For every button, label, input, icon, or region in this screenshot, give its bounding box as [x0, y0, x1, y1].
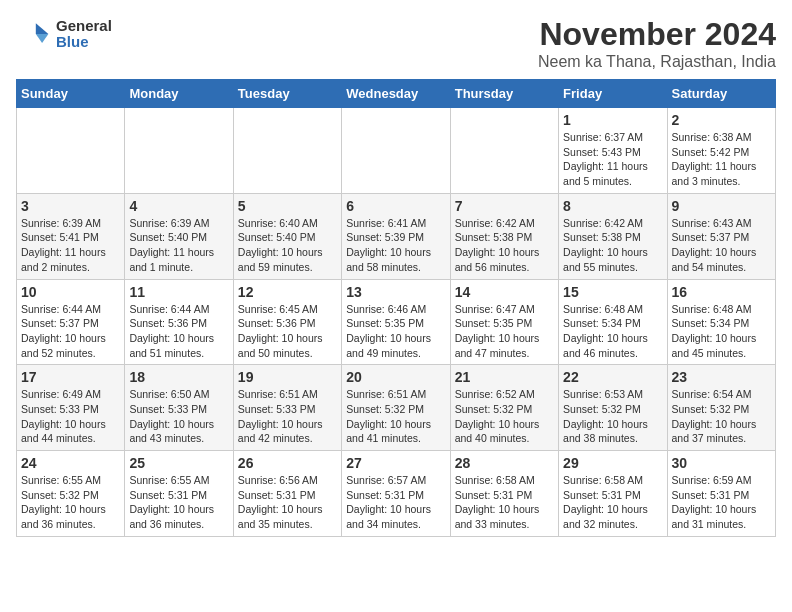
day-cell: 23Sunrise: 6:54 AM Sunset: 5:32 PM Dayli… — [667, 365, 775, 451]
day-cell: 14Sunrise: 6:47 AM Sunset: 5:35 PM Dayli… — [450, 279, 558, 365]
day-number: 11 — [129, 284, 228, 300]
day-cell: 19Sunrise: 6:51 AM Sunset: 5:33 PM Dayli… — [233, 365, 341, 451]
day-info: Sunrise: 6:44 AM Sunset: 5:37 PM Dayligh… — [21, 302, 120, 361]
day-info: Sunrise: 6:57 AM Sunset: 5:31 PM Dayligh… — [346, 473, 445, 532]
day-cell: 11Sunrise: 6:44 AM Sunset: 5:36 PM Dayli… — [125, 279, 233, 365]
day-number: 22 — [563, 369, 662, 385]
day-cell: 8Sunrise: 6:42 AM Sunset: 5:38 PM Daylig… — [559, 193, 667, 279]
calendar-subtitle: Neem ka Thana, Rajasthan, India — [538, 53, 776, 71]
header-saturday: Saturday — [667, 80, 775, 108]
day-cell: 17Sunrise: 6:49 AM Sunset: 5:33 PM Dayli… — [17, 365, 125, 451]
day-number: 8 — [563, 198, 662, 214]
week-row-3: 10Sunrise: 6:44 AM Sunset: 5:37 PM Dayli… — [17, 279, 776, 365]
header-monday: Monday — [125, 80, 233, 108]
day-number: 30 — [672, 455, 771, 471]
day-number: 3 — [21, 198, 120, 214]
day-cell: 10Sunrise: 6:44 AM Sunset: 5:37 PM Dayli… — [17, 279, 125, 365]
day-cell: 20Sunrise: 6:51 AM Sunset: 5:32 PM Dayli… — [342, 365, 450, 451]
day-info: Sunrise: 6:54 AM Sunset: 5:32 PM Dayligh… — [672, 387, 771, 446]
logo-text: General Blue — [56, 18, 112, 51]
header-wednesday: Wednesday — [342, 80, 450, 108]
day-number: 2 — [672, 112, 771, 128]
day-info: Sunrise: 6:42 AM Sunset: 5:38 PM Dayligh… — [455, 216, 554, 275]
day-number: 10 — [21, 284, 120, 300]
day-info: Sunrise: 6:48 AM Sunset: 5:34 PM Dayligh… — [563, 302, 662, 361]
day-number: 14 — [455, 284, 554, 300]
svg-marker-0 — [36, 23, 49, 34]
calendar-title: November 2024 — [538, 16, 776, 53]
day-number: 15 — [563, 284, 662, 300]
day-cell: 1Sunrise: 6:37 AM Sunset: 5:43 PM Daylig… — [559, 108, 667, 194]
day-cell: 6Sunrise: 6:41 AM Sunset: 5:39 PM Daylig… — [342, 193, 450, 279]
day-info: Sunrise: 6:56 AM Sunset: 5:31 PM Dayligh… — [238, 473, 337, 532]
day-cell: 4Sunrise: 6:39 AM Sunset: 5:40 PM Daylig… — [125, 193, 233, 279]
day-number: 28 — [455, 455, 554, 471]
day-info: Sunrise: 6:48 AM Sunset: 5:34 PM Dayligh… — [672, 302, 771, 361]
week-row-4: 17Sunrise: 6:49 AM Sunset: 5:33 PM Dayli… — [17, 365, 776, 451]
day-number: 19 — [238, 369, 337, 385]
calendar-header: SundayMondayTuesdayWednesdayThursdayFrid… — [17, 80, 776, 108]
day-cell: 21Sunrise: 6:52 AM Sunset: 5:32 PM Dayli… — [450, 365, 558, 451]
day-info: Sunrise: 6:37 AM Sunset: 5:43 PM Dayligh… — [563, 130, 662, 189]
day-info: Sunrise: 6:49 AM Sunset: 5:33 PM Dayligh… — [21, 387, 120, 446]
day-info: Sunrise: 6:59 AM Sunset: 5:31 PM Dayligh… — [672, 473, 771, 532]
day-cell: 3Sunrise: 6:39 AM Sunset: 5:41 PM Daylig… — [17, 193, 125, 279]
day-number: 20 — [346, 369, 445, 385]
week-row-2: 3Sunrise: 6:39 AM Sunset: 5:41 PM Daylig… — [17, 193, 776, 279]
day-cell: 12Sunrise: 6:45 AM Sunset: 5:36 PM Dayli… — [233, 279, 341, 365]
day-cell: 24Sunrise: 6:55 AM Sunset: 5:32 PM Dayli… — [17, 451, 125, 537]
day-number: 5 — [238, 198, 337, 214]
day-info: Sunrise: 6:51 AM Sunset: 5:32 PM Dayligh… — [346, 387, 445, 446]
calendar-body: 1Sunrise: 6:37 AM Sunset: 5:43 PM Daylig… — [17, 108, 776, 537]
day-number: 9 — [672, 198, 771, 214]
day-cell: 9Sunrise: 6:43 AM Sunset: 5:37 PM Daylig… — [667, 193, 775, 279]
day-number: 1 — [563, 112, 662, 128]
day-number: 6 — [346, 198, 445, 214]
day-number: 4 — [129, 198, 228, 214]
week-row-5: 24Sunrise: 6:55 AM Sunset: 5:32 PM Dayli… — [17, 451, 776, 537]
logo-icon — [16, 16, 52, 52]
header-friday: Friday — [559, 80, 667, 108]
day-number: 16 — [672, 284, 771, 300]
day-info: Sunrise: 6:55 AM Sunset: 5:32 PM Dayligh… — [21, 473, 120, 532]
day-info: Sunrise: 6:39 AM Sunset: 5:41 PM Dayligh… — [21, 216, 120, 275]
day-cell — [450, 108, 558, 194]
day-number: 25 — [129, 455, 228, 471]
logo: General Blue — [16, 16, 112, 52]
day-number: 17 — [21, 369, 120, 385]
day-cell: 26Sunrise: 6:56 AM Sunset: 5:31 PM Dayli… — [233, 451, 341, 537]
day-number: 26 — [238, 455, 337, 471]
day-info: Sunrise: 6:55 AM Sunset: 5:31 PM Dayligh… — [129, 473, 228, 532]
day-info: Sunrise: 6:58 AM Sunset: 5:31 PM Dayligh… — [455, 473, 554, 532]
svg-marker-1 — [36, 34, 49, 43]
day-number: 27 — [346, 455, 445, 471]
day-cell: 29Sunrise: 6:58 AM Sunset: 5:31 PM Dayli… — [559, 451, 667, 537]
day-info: Sunrise: 6:41 AM Sunset: 5:39 PM Dayligh… — [346, 216, 445, 275]
day-cell — [342, 108, 450, 194]
day-cell: 2Sunrise: 6:38 AM Sunset: 5:42 PM Daylig… — [667, 108, 775, 194]
day-cell: 13Sunrise: 6:46 AM Sunset: 5:35 PM Dayli… — [342, 279, 450, 365]
day-number: 12 — [238, 284, 337, 300]
day-cell: 28Sunrise: 6:58 AM Sunset: 5:31 PM Dayli… — [450, 451, 558, 537]
day-number: 18 — [129, 369, 228, 385]
day-info: Sunrise: 6:52 AM Sunset: 5:32 PM Dayligh… — [455, 387, 554, 446]
day-cell: 15Sunrise: 6:48 AM Sunset: 5:34 PM Dayli… — [559, 279, 667, 365]
day-info: Sunrise: 6:46 AM Sunset: 5:35 PM Dayligh… — [346, 302, 445, 361]
day-info: Sunrise: 6:43 AM Sunset: 5:37 PM Dayligh… — [672, 216, 771, 275]
day-cell: 5Sunrise: 6:40 AM Sunset: 5:40 PM Daylig… — [233, 193, 341, 279]
header-tuesday: Tuesday — [233, 80, 341, 108]
day-number: 24 — [21, 455, 120, 471]
week-row-1: 1Sunrise: 6:37 AM Sunset: 5:43 PM Daylig… — [17, 108, 776, 194]
header-sunday: Sunday — [17, 80, 125, 108]
day-info: Sunrise: 6:44 AM Sunset: 5:36 PM Dayligh… — [129, 302, 228, 361]
day-info: Sunrise: 6:51 AM Sunset: 5:33 PM Dayligh… — [238, 387, 337, 446]
day-number: 21 — [455, 369, 554, 385]
calendar-table: SundayMondayTuesdayWednesdayThursdayFrid… — [16, 79, 776, 537]
day-cell: 7Sunrise: 6:42 AM Sunset: 5:38 PM Daylig… — [450, 193, 558, 279]
day-number: 13 — [346, 284, 445, 300]
day-info: Sunrise: 6:39 AM Sunset: 5:40 PM Dayligh… — [129, 216, 228, 275]
title-area: November 2024 Neem ka Thana, Rajasthan, … — [538, 16, 776, 71]
day-cell: 16Sunrise: 6:48 AM Sunset: 5:34 PM Dayli… — [667, 279, 775, 365]
day-info: Sunrise: 6:58 AM Sunset: 5:31 PM Dayligh… — [563, 473, 662, 532]
logo-general-label: General — [56, 18, 112, 35]
